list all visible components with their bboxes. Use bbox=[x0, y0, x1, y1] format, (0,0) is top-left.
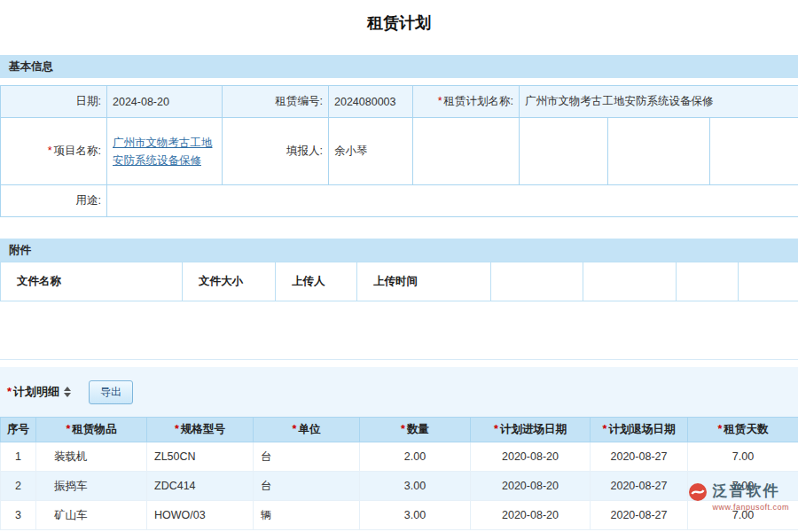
table-row: 1 装载机 ZL50CN 台 2.00 2020-08-20 2020-08-2… bbox=[1, 442, 798, 472]
required-marker: * bbox=[175, 423, 179, 435]
cell-exit-date: 2020-08-27 bbox=[591, 472, 688, 501]
date-label: 日期: bbox=[1, 86, 107, 118]
project-name-label-text: 项目名称: bbox=[54, 145, 101, 157]
col-header-rental-days: *租赁天数 bbox=[688, 418, 798, 442]
basic-info-row-2: *项目名称: 广州市文物考古工地安防系统设备保修 填报人: 余小琴 bbox=[1, 118, 798, 185]
table-row: 3 矿山车 HOWO/03 辆 3.00 2020-08-20 2020-08-… bbox=[1, 501, 798, 530]
empty-cell bbox=[583, 262, 677, 301]
project-name-cell: 广州市文物考古工地安防系统设备保修 bbox=[107, 118, 223, 185]
col-header-index: 序号 bbox=[1, 418, 36, 442]
col-header-rental-item: *租赁物品 bbox=[36, 418, 147, 442]
purpose-value bbox=[107, 185, 798, 217]
required-marker: * bbox=[7, 385, 12, 398]
col-label: 单位 bbox=[298, 423, 320, 435]
attach-col-upload-time: 上传时间 bbox=[357, 262, 491, 301]
cell-entry-date: 2020-08-20 bbox=[471, 501, 591, 530]
table-row: 2 振捣车 ZDC414 台 3.00 2020-08-20 2020-08-2… bbox=[1, 472, 798, 501]
cell-rental-days: 7.00 bbox=[688, 501, 798, 530]
plan-name-label: *租赁计划名称: bbox=[413, 86, 520, 118]
cell-exit-date: 2020-08-27 bbox=[591, 501, 688, 530]
attach-col-uploader: 上传人 bbox=[276, 262, 357, 301]
required-marker: * bbox=[66, 423, 71, 435]
date-value: 2024-08-20 bbox=[107, 86, 223, 118]
col-header-entry-date: *计划进场日期 bbox=[471, 418, 591, 442]
cell-rental-item: 矿山车 bbox=[36, 501, 147, 530]
sort-icon[interactable] bbox=[64, 387, 71, 397]
plan-details-label-text: 计划明细 bbox=[13, 385, 59, 398]
basic-info-row-1: 日期: 2024-08-20 租赁编号: 2024080003 *租赁计划名称:… bbox=[1, 86, 798, 118]
cell-spec-model: ZL50CN bbox=[147, 442, 254, 472]
export-button[interactable]: 导出 bbox=[89, 380, 133, 404]
col-label: 租赁天数 bbox=[724, 423, 768, 435]
required-marker: * bbox=[718, 423, 723, 435]
empty-cell bbox=[491, 262, 583, 301]
cell-unit: 台 bbox=[254, 442, 360, 472]
project-name-link[interactable]: 广州市文物考古工地安防系统设备保修 bbox=[113, 134, 216, 169]
attach-col-file-name: 文件名称 bbox=[1, 262, 183, 301]
section-attachments-label: 附件 bbox=[9, 244, 31, 256]
attachments-empty-area bbox=[0, 301, 798, 360]
col-label: 租赁物品 bbox=[72, 423, 116, 435]
empty-cell bbox=[739, 262, 798, 301]
col-label: 计划退场日期 bbox=[608, 423, 675, 435]
required-marker: * bbox=[603, 423, 607, 435]
plan-details-section-label: *计划明细 bbox=[7, 384, 59, 400]
cell-quantity: 3.00 bbox=[360, 501, 471, 530]
required-marker: * bbox=[438, 95, 442, 107]
cell-rental-item: 装载机 bbox=[36, 442, 147, 472]
cell-quantity: 2.00 bbox=[360, 442, 471, 472]
cell-quantity: 3.00 bbox=[360, 472, 471, 501]
cell-unit: 辆 bbox=[254, 501, 360, 530]
cell-rental-days: 7.00 bbox=[688, 472, 798, 501]
cell-spec-model: HOWO/03 bbox=[147, 501, 254, 530]
section-basic-info-label: 基本信息 bbox=[9, 60, 53, 73]
purpose-label: 用途: bbox=[1, 185, 107, 217]
plan-details-header-row: 序号 *租赁物品 *规格型号 *单位 *数量 *计划进场日期 *计划退场日期 *… bbox=[1, 418, 798, 442]
plan-name-value: 广州市文物考古工地安防系统设备保修 bbox=[520, 86, 798, 118]
plan-name-label-text: 租赁计划名称: bbox=[444, 95, 513, 107]
required-marker: * bbox=[494, 423, 498, 435]
empty-cell bbox=[608, 118, 710, 185]
rental-plan-page: 租赁计划 基本信息 日期: 2024-08-20 租赁编号: 202408000… bbox=[0, 0, 798, 532]
empty-cell bbox=[710, 118, 798, 185]
cell-spec-model: ZDC414 bbox=[147, 472, 254, 501]
cell-rental-days: 7.00 bbox=[688, 442, 798, 472]
cell-index: 3 bbox=[1, 501, 36, 530]
empty-cell bbox=[413, 118, 520, 185]
col-header-quantity: *数量 bbox=[360, 418, 471, 442]
cell-entry-date: 2020-08-20 bbox=[471, 442, 591, 472]
col-header-spec-model: *规格型号 bbox=[147, 418, 254, 442]
reporter-value: 余小琴 bbox=[329, 118, 413, 185]
rental-no-label: 租赁编号: bbox=[223, 86, 329, 118]
cell-rental-item: 振捣车 bbox=[36, 472, 147, 501]
col-header-unit: *单位 bbox=[254, 418, 360, 442]
cell-index: 1 bbox=[1, 442, 36, 472]
empty-cell bbox=[677, 262, 739, 301]
reporter-label: 填报人: bbox=[223, 118, 329, 185]
required-marker: * bbox=[293, 423, 297, 435]
required-marker: * bbox=[401, 423, 405, 435]
col-header-exit-date: *计划退场日期 bbox=[591, 418, 688, 442]
empty-cell bbox=[520, 118, 608, 185]
attach-col-file-size: 文件大小 bbox=[183, 262, 276, 301]
attachments-header-row: 文件名称 文件大小 上传人 上传时间 bbox=[1, 262, 798, 301]
cell-entry-date: 2020-08-20 bbox=[471, 472, 591, 501]
cell-exit-date: 2020-08-27 bbox=[591, 442, 688, 472]
cell-index: 2 bbox=[1, 472, 36, 501]
section-header-basic-info: 基本信息 bbox=[0, 55, 798, 78]
rental-no-value: 2024080003 bbox=[329, 86, 413, 118]
col-label: 规格型号 bbox=[181, 423, 225, 435]
plan-details-toolbar: *计划明细 导出 bbox=[0, 367, 798, 417]
project-name-label: *项目名称: bbox=[1, 118, 107, 185]
plan-details-table: 序号 *租赁物品 *规格型号 *单位 *数量 *计划进场日期 *计划退场日期 *… bbox=[0, 417, 798, 530]
basic-info-row-3: 用途: bbox=[1, 185, 798, 217]
col-label: 计划进场日期 bbox=[500, 423, 567, 435]
page-title: 租赁计划 bbox=[0, 0, 798, 37]
col-label: 数量 bbox=[407, 423, 429, 435]
basic-info-table: 日期: 2024-08-20 租赁编号: 2024080003 *租赁计划名称:… bbox=[0, 85, 798, 217]
attachments-table: 文件名称 文件大小 上传人 上传时间 bbox=[0, 262, 798, 301]
section-header-attachments: 附件 bbox=[0, 239, 798, 262]
required-marker: * bbox=[48, 145, 52, 157]
cell-unit: 台 bbox=[254, 472, 360, 501]
